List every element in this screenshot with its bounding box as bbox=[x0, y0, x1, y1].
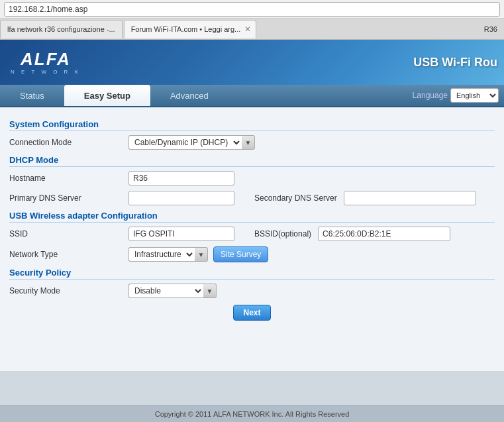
nav-status[interactable]: Status bbox=[0, 85, 64, 106]
primary-dns-input[interactable] bbox=[128, 191, 234, 205]
security-mode-field: Disable WEP WPA Personal WPA2 Personal ▼ bbox=[128, 284, 217, 298]
connection-mode-field: Cable/Dynamic IP (DHCP) Static IP PPPoE … bbox=[128, 135, 255, 150]
hostname-field bbox=[128, 171, 234, 185]
nav-advanced-label: Advanced bbox=[170, 91, 209, 101]
header-title: USB Wi-Fi Rou bbox=[413, 40, 504, 85]
nav-advanced[interactable]: Advanced bbox=[150, 85, 228, 106]
logo: ALFA N E T W O R K bbox=[11, 50, 81, 75]
address-input[interactable] bbox=[4, 2, 500, 17]
page: ALFA N E T W O R K USB Wi-Fi Rou Status … bbox=[0, 40, 504, 371]
address-bar bbox=[0, 0, 504, 19]
tab-1-label: lfa network r36 configurazione -... bbox=[7, 25, 115, 33]
security-mode-label: Security Mode bbox=[9, 286, 128, 295]
tab-2-label: Forum WiFi-ITA.com • Leggi arg... bbox=[131, 25, 241, 33]
content: System Configuration Connection Mode Cab… bbox=[0, 107, 504, 327]
ssid-field bbox=[128, 227, 234, 241]
connection-mode-arrow[interactable]: ▼ bbox=[242, 135, 255, 150]
primary-dns-field bbox=[128, 191, 234, 205]
language-select[interactable]: English Italiano Español Deutsch Françai… bbox=[450, 88, 499, 103]
tab-3-label: R36 bbox=[484, 25, 497, 33]
security-policy-title: Security Policy bbox=[9, 268, 495, 280]
dhcp-mode-title: DHCP Mode bbox=[9, 155, 495, 167]
security-mode-select[interactable]: Disable WEP WPA Personal WPA2 Personal bbox=[128, 284, 203, 298]
security-mode-row: Security Mode Disable WEP WPA Personal W… bbox=[9, 284, 495, 298]
usb-wireless-title: USB Wireless adapter Configuration bbox=[9, 211, 495, 223]
tab-2-close[interactable]: ✕ bbox=[244, 25, 251, 34]
language-group: Language English Italiano Español Deutsc… bbox=[413, 88, 499, 103]
network-type-arrow[interactable]: ▼ bbox=[195, 247, 208, 262]
ssid-input[interactable] bbox=[128, 227, 234, 241]
hostname-input[interactable] bbox=[128, 171, 234, 185]
hostname-row: Hostname bbox=[9, 171, 495, 185]
primary-dns-label: Primary DNS Server bbox=[9, 193, 128, 203]
browser-chrome: lfa network r36 configurazione -... Foru… bbox=[0, 0, 504, 40]
nav-easy-setup[interactable]: Easy Setup bbox=[64, 85, 150, 106]
nav-easy-setup-label: Easy Setup bbox=[84, 91, 130, 101]
language-label: Language bbox=[413, 91, 448, 100]
tab-3[interactable]: R36 bbox=[478, 25, 504, 33]
hostname-label: Hostname bbox=[9, 174, 128, 183]
next-row: Next bbox=[9, 305, 495, 321]
header: ALFA N E T W O R K USB Wi-Fi Rou bbox=[0, 40, 504, 85]
connection-mode-row: Connection Mode Cable/Dynamic IP (DHCP) … bbox=[9, 135, 495, 150]
secondary-dns-label: Secondary DNS Server bbox=[254, 193, 337, 203]
network-type-label: Network Type bbox=[9, 250, 128, 259]
tab-2[interactable]: Forum WiFi-ITA.com • Leggi arg... ✕ bbox=[124, 20, 256, 38]
tab-1[interactable]: lfa network r36 configurazione -... bbox=[0, 20, 123, 38]
logo-alfa: ALFA bbox=[21, 50, 71, 68]
network-type-field: Infrastructure Ad-hoc ▼ bbox=[128, 247, 208, 262]
network-type-select[interactable]: Infrastructure Ad-hoc bbox=[128, 247, 195, 262]
ssid-label: SSID bbox=[9, 229, 128, 238]
secondary-dns-input[interactable] bbox=[344, 191, 476, 205]
dns-row: Primary DNS Server Secondary DNS Server bbox=[9, 191, 495, 205]
network-type-row: Network Type Infrastructure Ad-hoc ▼ Sit… bbox=[9, 246, 495, 262]
bssid-input[interactable] bbox=[318, 227, 450, 241]
nav-bar: Status Easy Setup Advanced Language Engl… bbox=[0, 85, 504, 107]
logo-network: N E T W O R K bbox=[11, 69, 81, 75]
connection-mode-label: Connection Mode bbox=[9, 138, 128, 147]
next-button[interactable]: Next bbox=[233, 305, 270, 321]
security-mode-arrow[interactable]: ▼ bbox=[203, 284, 217, 298]
tab-bar: lfa network r36 configurazione -... Foru… bbox=[0, 19, 504, 40]
site-survey-button[interactable]: Site Survey bbox=[213, 246, 268, 262]
connection-mode-select[interactable]: Cable/Dynamic IP (DHCP) Static IP PPPoE bbox=[128, 135, 242, 150]
nav-status-label: Status bbox=[20, 91, 44, 101]
system-config-title: System Configuration bbox=[9, 119, 495, 131]
bssid-label: BSSID(optional) bbox=[254, 229, 311, 238]
ssid-bssid-row: SSID BSSID(optional) bbox=[9, 227, 495, 241]
